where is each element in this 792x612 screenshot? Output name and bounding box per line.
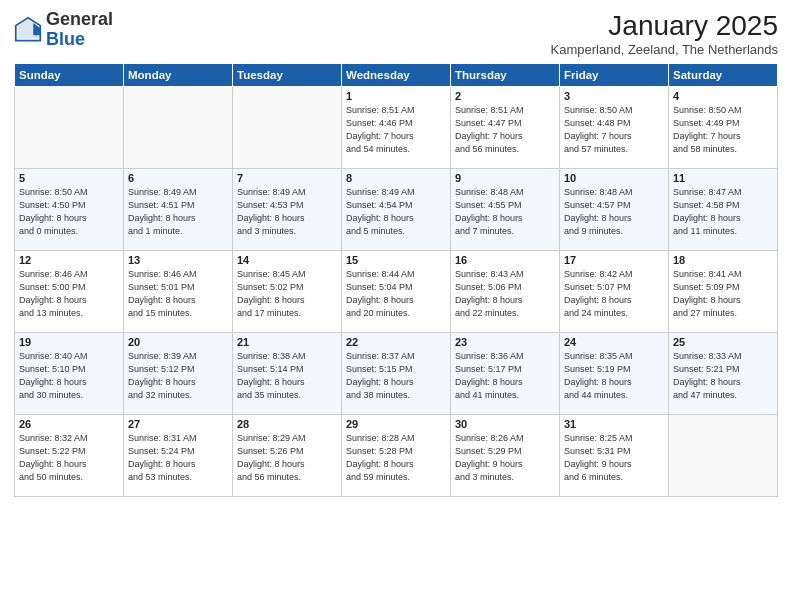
day-info: Sunrise: 8:37 AM Sunset: 5:15 PM Dayligh…	[346, 350, 446, 402]
day-number: 18	[673, 254, 773, 266]
calendar-cell: 7Sunrise: 8:49 AM Sunset: 4:53 PM Daylig…	[233, 169, 342, 251]
day-number: 29	[346, 418, 446, 430]
calendar-cell: 20Sunrise: 8:39 AM Sunset: 5:12 PM Dayli…	[124, 333, 233, 415]
day-info: Sunrise: 8:26 AM Sunset: 5:29 PM Dayligh…	[455, 432, 555, 484]
day-info: Sunrise: 8:40 AM Sunset: 5:10 PM Dayligh…	[19, 350, 119, 402]
calendar-cell: 11Sunrise: 8:47 AM Sunset: 4:58 PM Dayli…	[669, 169, 778, 251]
logo-general: General	[46, 9, 113, 29]
day-number: 31	[564, 418, 664, 430]
calendar-week-3: 12Sunrise: 8:46 AM Sunset: 5:00 PM Dayli…	[15, 251, 778, 333]
day-number: 13	[128, 254, 228, 266]
calendar-cell: 17Sunrise: 8:42 AM Sunset: 5:07 PM Dayli…	[560, 251, 669, 333]
col-tuesday: Tuesday	[233, 64, 342, 87]
calendar-week-1: 1Sunrise: 8:51 AM Sunset: 4:46 PM Daylig…	[15, 87, 778, 169]
day-number: 3	[564, 90, 664, 102]
day-info: Sunrise: 8:44 AM Sunset: 5:04 PM Dayligh…	[346, 268, 446, 320]
calendar-cell: 31Sunrise: 8:25 AM Sunset: 5:31 PM Dayli…	[560, 415, 669, 497]
calendar-cell: 13Sunrise: 8:46 AM Sunset: 5:01 PM Dayli…	[124, 251, 233, 333]
header: General Blue January 2025 Kamperland, Ze…	[14, 10, 778, 57]
day-number: 8	[346, 172, 446, 184]
logo-text: General Blue	[46, 10, 113, 50]
day-info: Sunrise: 8:49 AM Sunset: 4:51 PM Dayligh…	[128, 186, 228, 238]
calendar-cell: 26Sunrise: 8:32 AM Sunset: 5:22 PM Dayli…	[15, 415, 124, 497]
day-info: Sunrise: 8:46 AM Sunset: 5:00 PM Dayligh…	[19, 268, 119, 320]
day-number: 30	[455, 418, 555, 430]
day-info: Sunrise: 8:45 AM Sunset: 5:02 PM Dayligh…	[237, 268, 337, 320]
day-info: Sunrise: 8:36 AM Sunset: 5:17 PM Dayligh…	[455, 350, 555, 402]
logo: General Blue	[14, 10, 113, 50]
day-info: Sunrise: 8:48 AM Sunset: 4:55 PM Dayligh…	[455, 186, 555, 238]
calendar-cell: 14Sunrise: 8:45 AM Sunset: 5:02 PM Dayli…	[233, 251, 342, 333]
calendar-cell: 8Sunrise: 8:49 AM Sunset: 4:54 PM Daylig…	[342, 169, 451, 251]
page-container: General Blue January 2025 Kamperland, Ze…	[0, 0, 792, 612]
calendar-week-2: 5Sunrise: 8:50 AM Sunset: 4:50 PM Daylig…	[15, 169, 778, 251]
calendar-cell: 25Sunrise: 8:33 AM Sunset: 5:21 PM Dayli…	[669, 333, 778, 415]
day-number: 23	[455, 336, 555, 348]
day-info: Sunrise: 8:51 AM Sunset: 4:47 PM Dayligh…	[455, 104, 555, 156]
calendar-cell: 5Sunrise: 8:50 AM Sunset: 4:50 PM Daylig…	[15, 169, 124, 251]
calendar-week-5: 26Sunrise: 8:32 AM Sunset: 5:22 PM Dayli…	[15, 415, 778, 497]
calendar-cell	[124, 87, 233, 169]
day-info: Sunrise: 8:42 AM Sunset: 5:07 PM Dayligh…	[564, 268, 664, 320]
col-wednesday: Wednesday	[342, 64, 451, 87]
calendar-cell: 3Sunrise: 8:50 AM Sunset: 4:48 PM Daylig…	[560, 87, 669, 169]
col-thursday: Thursday	[451, 64, 560, 87]
day-number: 27	[128, 418, 228, 430]
calendar-cell: 29Sunrise: 8:28 AM Sunset: 5:28 PM Dayli…	[342, 415, 451, 497]
calendar-cell	[669, 415, 778, 497]
day-info: Sunrise: 8:35 AM Sunset: 5:19 PM Dayligh…	[564, 350, 664, 402]
day-number: 20	[128, 336, 228, 348]
calendar-cell: 28Sunrise: 8:29 AM Sunset: 5:26 PM Dayli…	[233, 415, 342, 497]
day-number: 2	[455, 90, 555, 102]
calendar-cell: 4Sunrise: 8:50 AM Sunset: 4:49 PM Daylig…	[669, 87, 778, 169]
calendar-cell: 1Sunrise: 8:51 AM Sunset: 4:46 PM Daylig…	[342, 87, 451, 169]
calendar-table: Sunday Monday Tuesday Wednesday Thursday…	[14, 63, 778, 497]
day-info: Sunrise: 8:50 AM Sunset: 4:49 PM Dayligh…	[673, 104, 773, 156]
day-info: Sunrise: 8:50 AM Sunset: 4:50 PM Dayligh…	[19, 186, 119, 238]
day-number: 4	[673, 90, 773, 102]
day-number: 6	[128, 172, 228, 184]
calendar-cell: 15Sunrise: 8:44 AM Sunset: 5:04 PM Dayli…	[342, 251, 451, 333]
day-number: 12	[19, 254, 119, 266]
calendar-cell: 9Sunrise: 8:48 AM Sunset: 4:55 PM Daylig…	[451, 169, 560, 251]
day-number: 25	[673, 336, 773, 348]
day-info: Sunrise: 8:38 AM Sunset: 5:14 PM Dayligh…	[237, 350, 337, 402]
day-number: 22	[346, 336, 446, 348]
calendar-cell: 24Sunrise: 8:35 AM Sunset: 5:19 PM Dayli…	[560, 333, 669, 415]
logo-blue: Blue	[46, 29, 85, 49]
calendar-cell	[233, 87, 342, 169]
calendar-cell: 16Sunrise: 8:43 AM Sunset: 5:06 PM Dayli…	[451, 251, 560, 333]
day-number: 15	[346, 254, 446, 266]
day-info: Sunrise: 8:28 AM Sunset: 5:28 PM Dayligh…	[346, 432, 446, 484]
day-number: 28	[237, 418, 337, 430]
day-info: Sunrise: 8:51 AM Sunset: 4:46 PM Dayligh…	[346, 104, 446, 156]
day-number: 17	[564, 254, 664, 266]
calendar-cell: 21Sunrise: 8:38 AM Sunset: 5:14 PM Dayli…	[233, 333, 342, 415]
day-number: 10	[564, 172, 664, 184]
day-number: 14	[237, 254, 337, 266]
calendar-cell: 27Sunrise: 8:31 AM Sunset: 5:24 PM Dayli…	[124, 415, 233, 497]
day-number: 19	[19, 336, 119, 348]
calendar-cell: 12Sunrise: 8:46 AM Sunset: 5:00 PM Dayli…	[15, 251, 124, 333]
day-number: 11	[673, 172, 773, 184]
day-info: Sunrise: 8:33 AM Sunset: 5:21 PM Dayligh…	[673, 350, 773, 402]
calendar-cell: 6Sunrise: 8:49 AM Sunset: 4:51 PM Daylig…	[124, 169, 233, 251]
day-info: Sunrise: 8:39 AM Sunset: 5:12 PM Dayligh…	[128, 350, 228, 402]
day-number: 26	[19, 418, 119, 430]
calendar-cell	[15, 87, 124, 169]
day-info: Sunrise: 8:32 AM Sunset: 5:22 PM Dayligh…	[19, 432, 119, 484]
calendar-cell: 22Sunrise: 8:37 AM Sunset: 5:15 PM Dayli…	[342, 333, 451, 415]
day-info: Sunrise: 8:29 AM Sunset: 5:26 PM Dayligh…	[237, 432, 337, 484]
calendar-cell: 18Sunrise: 8:41 AM Sunset: 5:09 PM Dayli…	[669, 251, 778, 333]
day-number: 5	[19, 172, 119, 184]
calendar-cell: 23Sunrise: 8:36 AM Sunset: 5:17 PM Dayli…	[451, 333, 560, 415]
day-info: Sunrise: 8:48 AM Sunset: 4:57 PM Dayligh…	[564, 186, 664, 238]
col-saturday: Saturday	[669, 64, 778, 87]
logo-icon	[14, 16, 42, 44]
day-number: 24	[564, 336, 664, 348]
calendar-cell: 30Sunrise: 8:26 AM Sunset: 5:29 PM Dayli…	[451, 415, 560, 497]
day-info: Sunrise: 8:50 AM Sunset: 4:48 PM Dayligh…	[564, 104, 664, 156]
day-info: Sunrise: 8:25 AM Sunset: 5:31 PM Dayligh…	[564, 432, 664, 484]
day-info: Sunrise: 8:46 AM Sunset: 5:01 PM Dayligh…	[128, 268, 228, 320]
day-number: 16	[455, 254, 555, 266]
